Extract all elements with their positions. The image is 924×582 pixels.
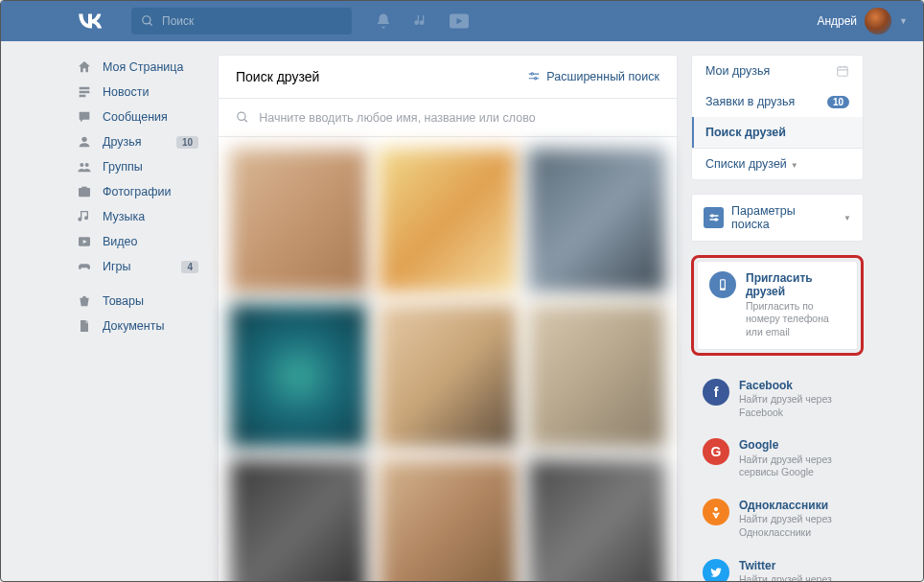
svg-point-5 bbox=[85, 163, 89, 167]
nav-label: Новости bbox=[103, 85, 149, 99]
search-params-panel: Параметры поиска ▼ bbox=[691, 194, 864, 242]
chevron-down-icon: ▼ bbox=[899, 16, 908, 26]
import-google[interactable]: G GoogleНайти друзей через сервисы Googl… bbox=[691, 429, 864, 489]
svg-point-7 bbox=[82, 191, 86, 195]
svg-point-14 bbox=[535, 78, 537, 80]
user-menu[interactable]: Андрей ▼ bbox=[817, 8, 908, 35]
facebook-icon: f bbox=[703, 379, 729, 406]
twitter-icon bbox=[703, 559, 729, 582]
msg-icon bbox=[76, 109, 93, 125]
advanced-search-link[interactable]: Расширенный поиск bbox=[527, 70, 659, 83]
svg-point-0 bbox=[143, 16, 150, 24]
nav-item-market[interactable]: Товары bbox=[70, 289, 204, 314]
header-search[interactable] bbox=[131, 8, 352, 35]
friends-icon bbox=[76, 134, 93, 150]
vk-logo[interactable] bbox=[76, 7, 104, 35]
result-tile[interactable] bbox=[379, 459, 516, 582]
svg-point-15 bbox=[238, 112, 245, 120]
docs-icon bbox=[76, 318, 93, 334]
invite-friends-button[interactable]: Пригласить друзей Пригласить по номеру т… bbox=[698, 262, 857, 349]
import-twitter[interactable]: TwitterНайти друзей через Twitter bbox=[691, 549, 864, 582]
nav-label: Группы bbox=[103, 160, 143, 174]
calendar-icon bbox=[836, 64, 849, 78]
nav-badge: 4 bbox=[181, 261, 198, 273]
google-icon: G bbox=[703, 438, 729, 465]
svg-point-24 bbox=[715, 219, 717, 221]
nav-label: Музыка bbox=[103, 210, 145, 223]
svg-point-13 bbox=[531, 73, 533, 75]
music-icon[interactable] bbox=[413, 13, 428, 29]
nav-item-video[interactable]: Видео bbox=[70, 229, 204, 254]
svg-point-3 bbox=[81, 137, 86, 142]
nav-item-docs[interactable]: Документы bbox=[70, 314, 204, 338]
sliders-icon bbox=[704, 207, 724, 228]
tab-search-friends[interactable]: Поиск друзей bbox=[692, 117, 863, 148]
result-tile[interactable] bbox=[230, 459, 367, 582]
music-icon bbox=[76, 209, 93, 224]
page-title: Поиск друзей bbox=[236, 69, 319, 84]
chevron-down-icon: ▼ bbox=[791, 161, 798, 170]
nav-label: Сообщения bbox=[103, 110, 168, 124]
search-icon bbox=[141, 14, 154, 28]
notifications-icon[interactable] bbox=[375, 12, 392, 30]
play-icon[interactable] bbox=[450, 13, 469, 29]
nav-label: Товары bbox=[103, 294, 144, 308]
nav-item-msg[interactable]: Сообщения bbox=[70, 105, 204, 129]
tab-friend-requests[interactable]: Заявки в друзья 10 bbox=[692, 86, 863, 117]
tab-friend-lists[interactable]: Списки друзей▼ bbox=[692, 149, 863, 179]
result-tile[interactable] bbox=[379, 149, 516, 292]
top-header: Андрей ▼ bbox=[1, 1, 923, 41]
groups-icon bbox=[76, 159, 93, 175]
left-nav: Моя СтраницаНовостиСообщенияДрузья10Груп… bbox=[60, 55, 204, 582]
nav-label: Фотографии bbox=[103, 185, 171, 198]
photos-icon bbox=[76, 184, 93, 199]
svg-rect-8 bbox=[81, 187, 86, 189]
svg-line-16 bbox=[244, 119, 247, 122]
search-params-toggle[interactable]: Параметры поиска ▼ bbox=[692, 195, 863, 241]
news-icon bbox=[76, 84, 93, 100]
result-tile[interactable] bbox=[528, 304, 665, 448]
nav-item-photos[interactable]: Фотографии bbox=[70, 179, 204, 204]
home-icon bbox=[76, 59, 93, 75]
search-icon bbox=[236, 110, 249, 125]
nav-label: Документы bbox=[103, 319, 164, 333]
svg-line-1 bbox=[150, 23, 152, 26]
result-tile[interactable] bbox=[230, 149, 367, 292]
nav-item-games[interactable]: Игры4 bbox=[70, 254, 204, 279]
header-icons bbox=[375, 12, 469, 30]
nav-item-news[interactable]: Новости bbox=[70, 80, 204, 105]
svg-point-27 bbox=[714, 507, 718, 511]
tab-my-friends[interactable]: Мои друзья bbox=[692, 56, 863, 86]
main-panel: Поиск друзей Расширенный поиск bbox=[218, 55, 678, 582]
nav-label: Друзья bbox=[103, 135, 142, 149]
import-facebook[interactable]: f FacebookНайти друзей через Facebook bbox=[691, 369, 864, 430]
right-sidebar: Мои друзья Заявки в друзья 10 Поиск друз… bbox=[691, 55, 864, 582]
nav-label: Игры bbox=[103, 260, 130, 273]
svg-point-10 bbox=[86, 266, 87, 267]
results-grid bbox=[219, 137, 677, 582]
nav-item-music[interactable]: Музыка bbox=[70, 204, 204, 229]
svg-point-23 bbox=[711, 215, 713, 217]
requests-badge: 10 bbox=[827, 96, 849, 108]
phone-icon bbox=[709, 271, 736, 298]
invite-highlight: Пригласить друзей Пригласить по номеру т… bbox=[691, 255, 864, 356]
search-input[interactable] bbox=[162, 14, 342, 28]
svg-point-4 bbox=[80, 163, 83, 167]
result-tile[interactable] bbox=[230, 304, 367, 448]
games-icon bbox=[76, 259, 93, 274]
friends-search-input[interactable] bbox=[259, 111, 659, 125]
odnoklassniki-icon bbox=[703, 499, 729, 525]
nav-item-friends[interactable]: Друзья10 bbox=[70, 129, 204, 154]
nav-item-home[interactable]: Моя Страница bbox=[70, 55, 204, 80]
import-odnoklassniki[interactable]: ОдноклассникиНайти друзей через Одноклас… bbox=[691, 489, 864, 549]
avatar bbox=[865, 8, 891, 35]
chevron-down-icon: ▼ bbox=[843, 214, 851, 222]
result-tile[interactable] bbox=[528, 459, 665, 582]
nav-label: Моя Страница bbox=[103, 60, 183, 74]
result-tile[interactable] bbox=[528, 149, 665, 292]
result-tile[interactable] bbox=[379, 304, 516, 448]
svg-rect-26 bbox=[721, 280, 725, 288]
nav-item-groups[interactable]: Группы bbox=[70, 154, 204, 179]
tabs-panel: Мои друзья Заявки в друзья 10 Поиск друз… bbox=[691, 55, 864, 180]
market-icon bbox=[76, 293, 93, 309]
